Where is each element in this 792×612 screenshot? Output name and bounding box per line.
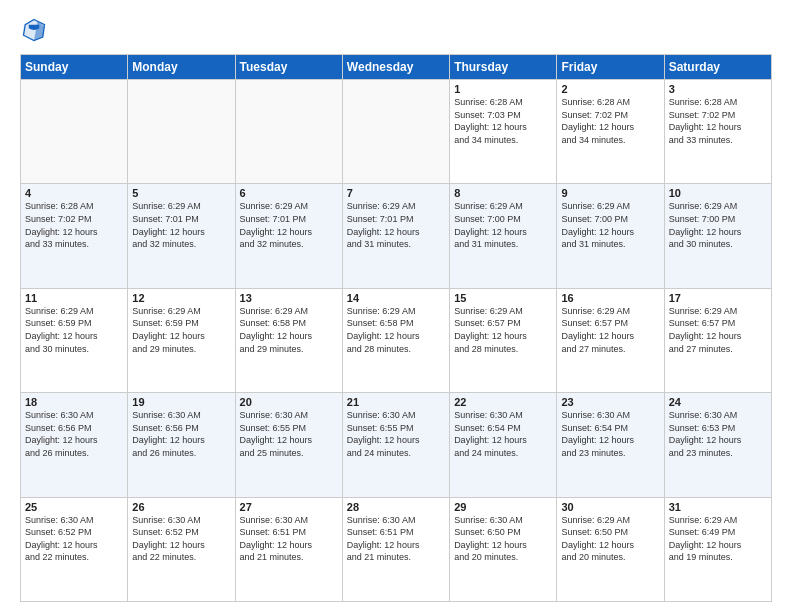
day-info: Sunrise: 6:29 AM Sunset: 6:58 PM Dayligh… [347, 305, 445, 355]
day-number: 13 [240, 292, 338, 304]
day-number: 23 [561, 396, 659, 408]
day-number: 16 [561, 292, 659, 304]
day-number: 15 [454, 292, 552, 304]
day-number: 26 [132, 501, 230, 513]
day-number: 3 [669, 83, 767, 95]
calendar: SundayMondayTuesdayWednesdayThursdayFrid… [20, 54, 772, 602]
day-number: 20 [240, 396, 338, 408]
day-cell: 5Sunrise: 6:29 AM Sunset: 7:01 PM Daylig… [128, 184, 235, 288]
day-number: 22 [454, 396, 552, 408]
day-number: 9 [561, 187, 659, 199]
day-info: Sunrise: 6:30 AM Sunset: 6:50 PM Dayligh… [454, 514, 552, 564]
day-info: Sunrise: 6:30 AM Sunset: 6:55 PM Dayligh… [240, 409, 338, 459]
day-number: 18 [25, 396, 123, 408]
day-info: Sunrise: 6:29 AM Sunset: 6:57 PM Dayligh… [669, 305, 767, 355]
day-number: 30 [561, 501, 659, 513]
day-info: Sunrise: 6:28 AM Sunset: 7:02 PM Dayligh… [561, 96, 659, 146]
day-cell: 3Sunrise: 6:28 AM Sunset: 7:02 PM Daylig… [664, 80, 771, 184]
day-number: 17 [669, 292, 767, 304]
day-number: 8 [454, 187, 552, 199]
day-cell: 2Sunrise: 6:28 AM Sunset: 7:02 PM Daylig… [557, 80, 664, 184]
day-cell: 9Sunrise: 6:29 AM Sunset: 7:00 PM Daylig… [557, 184, 664, 288]
day-cell: 18Sunrise: 6:30 AM Sunset: 6:56 PM Dayli… [21, 393, 128, 497]
header-thursday: Thursday [450, 55, 557, 80]
day-info: Sunrise: 6:30 AM Sunset: 6:54 PM Dayligh… [561, 409, 659, 459]
logo-icon [20, 16, 48, 44]
day-info: Sunrise: 6:30 AM Sunset: 6:51 PM Dayligh… [347, 514, 445, 564]
day-cell [342, 80, 449, 184]
day-number: 24 [669, 396, 767, 408]
day-cell: 15Sunrise: 6:29 AM Sunset: 6:57 PM Dayli… [450, 288, 557, 392]
day-cell: 28Sunrise: 6:30 AM Sunset: 6:51 PM Dayli… [342, 497, 449, 601]
day-number: 1 [454, 83, 552, 95]
day-info: Sunrise: 6:29 AM Sunset: 7:00 PM Dayligh… [669, 200, 767, 250]
header-tuesday: Tuesday [235, 55, 342, 80]
header-sunday: Sunday [21, 55, 128, 80]
day-info: Sunrise: 6:29 AM Sunset: 7:00 PM Dayligh… [561, 200, 659, 250]
day-cell: 1Sunrise: 6:28 AM Sunset: 7:03 PM Daylig… [450, 80, 557, 184]
day-number: 21 [347, 396, 445, 408]
day-number: 6 [240, 187, 338, 199]
day-info: Sunrise: 6:30 AM Sunset: 6:52 PM Dayligh… [132, 514, 230, 564]
day-cell: 10Sunrise: 6:29 AM Sunset: 7:00 PM Dayli… [664, 184, 771, 288]
day-cell: 12Sunrise: 6:29 AM Sunset: 6:59 PM Dayli… [128, 288, 235, 392]
day-cell: 11Sunrise: 6:29 AM Sunset: 6:59 PM Dayli… [21, 288, 128, 392]
day-cell: 7Sunrise: 6:29 AM Sunset: 7:01 PM Daylig… [342, 184, 449, 288]
header [20, 16, 772, 44]
day-number: 2 [561, 83, 659, 95]
day-number: 27 [240, 501, 338, 513]
week-row-3: 11Sunrise: 6:29 AM Sunset: 6:59 PM Dayli… [21, 288, 772, 392]
week-row-1: 1Sunrise: 6:28 AM Sunset: 7:03 PM Daylig… [21, 80, 772, 184]
day-info: Sunrise: 6:30 AM Sunset: 6:53 PM Dayligh… [669, 409, 767, 459]
day-info: Sunrise: 6:30 AM Sunset: 6:56 PM Dayligh… [132, 409, 230, 459]
header-friday: Friday [557, 55, 664, 80]
day-info: Sunrise: 6:30 AM Sunset: 6:54 PM Dayligh… [454, 409, 552, 459]
day-cell: 22Sunrise: 6:30 AM Sunset: 6:54 PM Dayli… [450, 393, 557, 497]
day-cell [21, 80, 128, 184]
logo [20, 16, 52, 44]
day-info: Sunrise: 6:29 AM Sunset: 6:49 PM Dayligh… [669, 514, 767, 564]
day-number: 10 [669, 187, 767, 199]
day-info: Sunrise: 6:30 AM Sunset: 6:56 PM Dayligh… [25, 409, 123, 459]
day-number: 28 [347, 501, 445, 513]
day-info: Sunrise: 6:30 AM Sunset: 6:52 PM Dayligh… [25, 514, 123, 564]
day-info: Sunrise: 6:30 AM Sunset: 6:51 PM Dayligh… [240, 514, 338, 564]
day-cell: 13Sunrise: 6:29 AM Sunset: 6:58 PM Dayli… [235, 288, 342, 392]
day-number: 11 [25, 292, 123, 304]
day-cell: 24Sunrise: 6:30 AM Sunset: 6:53 PM Dayli… [664, 393, 771, 497]
day-info: Sunrise: 6:29 AM Sunset: 7:01 PM Dayligh… [132, 200, 230, 250]
day-cell: 20Sunrise: 6:30 AM Sunset: 6:55 PM Dayli… [235, 393, 342, 497]
day-number: 12 [132, 292, 230, 304]
day-cell: 25Sunrise: 6:30 AM Sunset: 6:52 PM Dayli… [21, 497, 128, 601]
day-cell: 17Sunrise: 6:29 AM Sunset: 6:57 PM Dayli… [664, 288, 771, 392]
header-saturday: Saturday [664, 55, 771, 80]
day-info: Sunrise: 6:28 AM Sunset: 7:02 PM Dayligh… [669, 96, 767, 146]
day-number: 25 [25, 501, 123, 513]
day-cell: 27Sunrise: 6:30 AM Sunset: 6:51 PM Dayli… [235, 497, 342, 601]
week-row-4: 18Sunrise: 6:30 AM Sunset: 6:56 PM Dayli… [21, 393, 772, 497]
day-info: Sunrise: 6:29 AM Sunset: 6:59 PM Dayligh… [25, 305, 123, 355]
header-monday: Monday [128, 55, 235, 80]
day-cell: 4Sunrise: 6:28 AM Sunset: 7:02 PM Daylig… [21, 184, 128, 288]
day-number: 14 [347, 292, 445, 304]
day-number: 7 [347, 187, 445, 199]
day-info: Sunrise: 6:29 AM Sunset: 7:01 PM Dayligh… [347, 200, 445, 250]
day-cell: 14Sunrise: 6:29 AM Sunset: 6:58 PM Dayli… [342, 288, 449, 392]
day-info: Sunrise: 6:29 AM Sunset: 7:01 PM Dayligh… [240, 200, 338, 250]
week-row-5: 25Sunrise: 6:30 AM Sunset: 6:52 PM Dayli… [21, 497, 772, 601]
day-info: Sunrise: 6:29 AM Sunset: 6:57 PM Dayligh… [454, 305, 552, 355]
day-number: 31 [669, 501, 767, 513]
day-info: Sunrise: 6:28 AM Sunset: 7:02 PM Dayligh… [25, 200, 123, 250]
day-cell: 26Sunrise: 6:30 AM Sunset: 6:52 PM Dayli… [128, 497, 235, 601]
day-cell: 29Sunrise: 6:30 AM Sunset: 6:50 PM Dayli… [450, 497, 557, 601]
day-cell: 6Sunrise: 6:29 AM Sunset: 7:01 PM Daylig… [235, 184, 342, 288]
day-number: 19 [132, 396, 230, 408]
day-cell: 21Sunrise: 6:30 AM Sunset: 6:55 PM Dayli… [342, 393, 449, 497]
day-info: Sunrise: 6:29 AM Sunset: 6:58 PM Dayligh… [240, 305, 338, 355]
day-cell: 16Sunrise: 6:29 AM Sunset: 6:57 PM Dayli… [557, 288, 664, 392]
day-info: Sunrise: 6:29 AM Sunset: 6:50 PM Dayligh… [561, 514, 659, 564]
day-info: Sunrise: 6:28 AM Sunset: 7:03 PM Dayligh… [454, 96, 552, 146]
day-info: Sunrise: 6:29 AM Sunset: 6:59 PM Dayligh… [132, 305, 230, 355]
header-wednesday: Wednesday [342, 55, 449, 80]
day-number: 4 [25, 187, 123, 199]
